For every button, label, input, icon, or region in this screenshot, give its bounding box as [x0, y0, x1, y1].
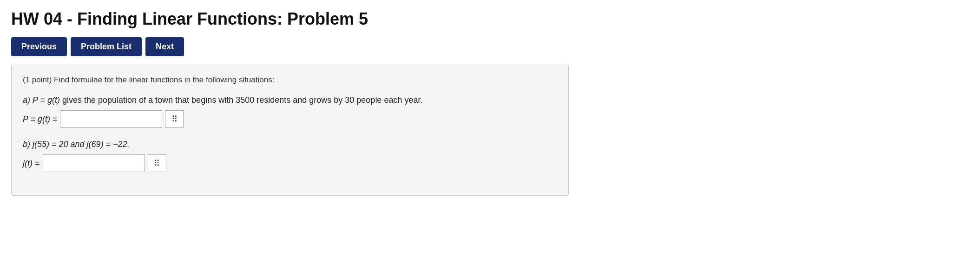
- previous-button[interactable]: Previous: [11, 37, 67, 56]
- part-a-answer-label: P = g(t) =: [23, 114, 57, 124]
- part-b-input[interactable]: [43, 154, 145, 172]
- part-a-description: gives the population of a town that begi…: [62, 95, 423, 105]
- part-b-answer-row: j(t) = ⠿: [23, 154, 557, 172]
- part-b-text: b) j(55) = 20 and j(69) = −22.: [23, 138, 557, 151]
- part-b-grid-button[interactable]: ⠿: [148, 154, 166, 172]
- part-b-answer-label: j(t) =: [23, 159, 40, 168]
- part-b: b) j(55) = 20 and j(69) = −22. j(t) = ⠿: [23, 138, 557, 172]
- problem-list-button[interactable]: Problem List: [71, 37, 142, 56]
- part-a-prefix: a) P = g(t): [23, 95, 60, 105]
- part-b-prefix: b) j(55) = 20 and j(69) = −22.: [23, 140, 130, 149]
- nav-buttons: Previous Problem List Next: [11, 37, 969, 56]
- part-a-answer-row: P = g(t) = ⠿: [23, 110, 557, 128]
- part-a: a) P = g(t) gives the population of a to…: [23, 94, 557, 128]
- part-a-input[interactable]: [60, 110, 162, 128]
- page-title: HW 04 - Finding Linear Functions: Proble…: [11, 9, 969, 29]
- part-a-grid-button[interactable]: ⠿: [165, 110, 184, 128]
- next-button[interactable]: Next: [145, 37, 184, 56]
- problem-box: (1 point) Find formulae for the linear f…: [11, 65, 569, 196]
- problem-points: (1 point) Find formulae for the linear f…: [23, 75, 557, 85]
- part-a-text: a) P = g(t) gives the population of a to…: [23, 94, 557, 107]
